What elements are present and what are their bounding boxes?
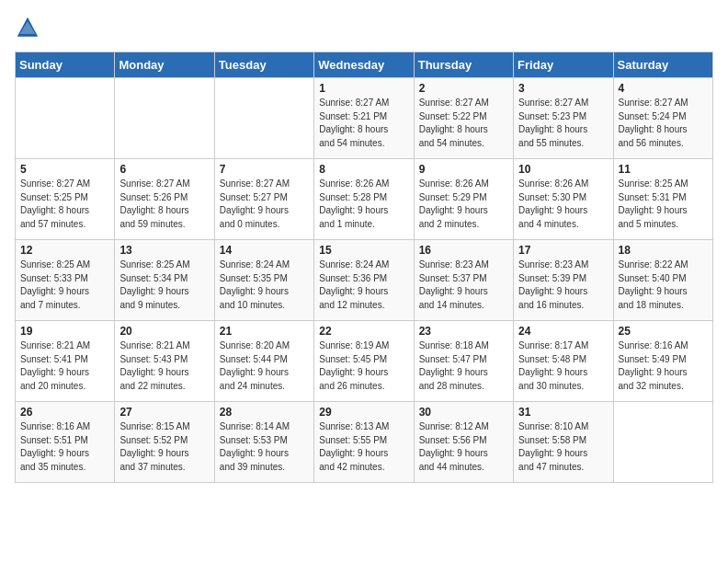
day-number: 22 [319, 325, 408, 338]
calendar-cell: 22Sunrise: 8:19 AM Sunset: 5:45 PM Dayli… [314, 321, 414, 402]
calendar-cell [214, 78, 313, 159]
calendar-cell: 8Sunrise: 8:26 AM Sunset: 5:28 PM Daylig… [314, 159, 414, 240]
day-number: 19 [20, 325, 109, 338]
day-number: 20 [119, 325, 209, 338]
day-number: 18 [619, 244, 708, 257]
day-number: 7 [220, 163, 309, 176]
day-info: Sunrise: 8:18 AM Sunset: 5:47 PM Dayligh… [419, 340, 489, 391]
day-info: Sunrise: 8:25 AM Sunset: 5:33 PM Dayligh… [20, 259, 90, 310]
day-info: Sunrise: 8:27 AM Sunset: 5:24 PM Dayligh… [619, 98, 688, 148]
day-number: 10 [518, 163, 608, 176]
day-number: 17 [518, 244, 608, 257]
day-number: 30 [419, 406, 508, 419]
calendar-cell: 13Sunrise: 8:25 AM Sunset: 5:34 PM Dayli… [115, 240, 214, 321]
calendar-cell [115, 78, 214, 159]
col-header-sunday: Sunday [16, 52, 115, 78]
day-info: Sunrise: 8:14 AM Sunset: 5:53 PM Dayligh… [220, 421, 290, 472]
calendar-cell: 19Sunrise: 8:21 AM Sunset: 5:41 PM Dayli… [16, 321, 115, 402]
day-number: 25 [619, 325, 708, 338]
day-number: 3 [518, 82, 608, 95]
day-info: Sunrise: 8:27 AM Sunset: 5:21 PM Dayligh… [319, 98, 389, 148]
day-info: Sunrise: 8:17 AM Sunset: 5:48 PM Dayligh… [518, 340, 588, 391]
day-info: Sunrise: 8:24 AM Sunset: 5:35 PM Dayligh… [220, 259, 290, 310]
calendar-cell: 25Sunrise: 8:16 AM Sunset: 5:49 PM Dayli… [613, 321, 712, 402]
calendar-cell: 18Sunrise: 8:22 AM Sunset: 5:40 PM Dayli… [613, 240, 712, 321]
calendar-cell: 30Sunrise: 8:12 AM Sunset: 5:56 PM Dayli… [414, 402, 513, 483]
calendar-cell: 16Sunrise: 8:23 AM Sunset: 5:37 PM Dayli… [414, 240, 513, 321]
day-number: 14 [220, 244, 309, 257]
calendar-cell [613, 402, 712, 483]
day-info: Sunrise: 8:25 AM Sunset: 5:31 PM Dayligh… [619, 178, 688, 229]
day-info: Sunrise: 8:13 AM Sunset: 5:55 PM Dayligh… [319, 421, 389, 472]
day-info: Sunrise: 8:19 AM Sunset: 5:45 PM Dayligh… [319, 340, 389, 391]
col-header-thursday: Thursday [414, 52, 513, 78]
day-info: Sunrise: 8:27 AM Sunset: 5:25 PM Dayligh… [20, 178, 90, 229]
day-info: Sunrise: 8:16 AM Sunset: 5:51 PM Dayligh… [20, 421, 90, 472]
col-header-friday: Friday [514, 52, 613, 78]
calendar-cell: 29Sunrise: 8:13 AM Sunset: 5:55 PM Dayli… [314, 402, 414, 483]
day-info: Sunrise: 8:21 AM Sunset: 5:41 PM Dayligh… [20, 340, 90, 391]
calendar-cell: 23Sunrise: 8:18 AM Sunset: 5:47 PM Dayli… [414, 321, 513, 402]
calendar-cell: 11Sunrise: 8:25 AM Sunset: 5:31 PM Dayli… [613, 159, 712, 240]
calendar-cell: 26Sunrise: 8:16 AM Sunset: 5:51 PM Dayli… [16, 402, 115, 483]
calendar-cell: 9Sunrise: 8:26 AM Sunset: 5:29 PM Daylig… [414, 159, 513, 240]
col-header-tuesday: Tuesday [214, 52, 313, 78]
day-info: Sunrise: 8:22 AM Sunset: 5:40 PM Dayligh… [619, 259, 688, 310]
day-number: 29 [319, 406, 408, 419]
day-number: 16 [419, 244, 508, 257]
day-info: Sunrise: 8:23 AM Sunset: 5:39 PM Dayligh… [518, 259, 588, 310]
col-header-wednesday: Wednesday [314, 52, 414, 78]
logo [15, 15, 42, 40]
calendar-table: SundayMondayTuesdayWednesdayThursdayFrid… [15, 52, 713, 483]
page-header [15, 15, 713, 40]
calendar-cell: 24Sunrise: 8:17 AM Sunset: 5:48 PM Dayli… [514, 321, 613, 402]
day-info: Sunrise: 8:27 AM Sunset: 5:27 PM Dayligh… [220, 178, 290, 229]
day-info: Sunrise: 8:21 AM Sunset: 5:43 PM Dayligh… [119, 340, 189, 391]
calendar-cell: 17Sunrise: 8:23 AM Sunset: 5:39 PM Dayli… [514, 240, 613, 321]
day-number: 15 [319, 244, 408, 257]
calendar-cell: 6Sunrise: 8:27 AM Sunset: 5:26 PM Daylig… [115, 159, 214, 240]
day-number: 27 [119, 406, 209, 419]
day-info: Sunrise: 8:26 AM Sunset: 5:30 PM Dayligh… [518, 178, 588, 229]
calendar-cell: 7Sunrise: 8:27 AM Sunset: 5:27 PM Daylig… [214, 159, 313, 240]
logo-icon [15, 15, 40, 40]
calendar-cell: 2Sunrise: 8:27 AM Sunset: 5:22 PM Daylig… [414, 78, 513, 159]
day-info: Sunrise: 8:27 AM Sunset: 5:26 PM Dayligh… [119, 178, 189, 229]
day-number: 31 [518, 406, 608, 419]
day-info: Sunrise: 8:24 AM Sunset: 5:36 PM Dayligh… [319, 259, 389, 310]
calendar-cell: 3Sunrise: 8:27 AM Sunset: 5:23 PM Daylig… [514, 78, 613, 159]
calendar-cell [16, 78, 115, 159]
day-info: Sunrise: 8:10 AM Sunset: 5:58 PM Dayligh… [518, 421, 588, 472]
calendar-cell: 31Sunrise: 8:10 AM Sunset: 5:58 PM Dayli… [514, 402, 613, 483]
day-info: Sunrise: 8:26 AM Sunset: 5:28 PM Dayligh… [319, 178, 389, 229]
calendar-cell: 5Sunrise: 8:27 AM Sunset: 5:25 PM Daylig… [16, 159, 115, 240]
day-number: 6 [119, 163, 209, 176]
day-info: Sunrise: 8:16 AM Sunset: 5:49 PM Dayligh… [619, 340, 688, 391]
day-number: 8 [319, 163, 408, 176]
day-number: 21 [220, 325, 309, 338]
col-header-saturday: Saturday [613, 52, 712, 78]
calendar-cell: 1Sunrise: 8:27 AM Sunset: 5:21 PM Daylig… [314, 78, 414, 159]
calendar-cell: 10Sunrise: 8:26 AM Sunset: 5:30 PM Dayli… [514, 159, 613, 240]
calendar-cell: 28Sunrise: 8:14 AM Sunset: 5:53 PM Dayli… [214, 402, 313, 483]
day-number: 2 [419, 82, 508, 95]
day-info: Sunrise: 8:20 AM Sunset: 5:44 PM Dayligh… [220, 340, 290, 391]
day-info: Sunrise: 8:12 AM Sunset: 5:56 PM Dayligh… [419, 421, 489, 472]
day-number: 12 [20, 244, 109, 257]
calendar-cell: 20Sunrise: 8:21 AM Sunset: 5:43 PM Dayli… [115, 321, 214, 402]
calendar-cell: 15Sunrise: 8:24 AM Sunset: 5:36 PM Dayli… [314, 240, 414, 321]
day-info: Sunrise: 8:25 AM Sunset: 5:34 PM Dayligh… [119, 259, 189, 310]
day-info: Sunrise: 8:23 AM Sunset: 5:37 PM Dayligh… [419, 259, 489, 310]
day-info: Sunrise: 8:27 AM Sunset: 5:22 PM Dayligh… [419, 98, 489, 148]
day-number: 26 [20, 406, 109, 419]
day-number: 4 [619, 82, 708, 95]
calendar-cell: 4Sunrise: 8:27 AM Sunset: 5:24 PM Daylig… [613, 78, 712, 159]
day-number: 28 [220, 406, 309, 419]
day-number: 23 [419, 325, 508, 338]
calendar-cell: 27Sunrise: 8:15 AM Sunset: 5:52 PM Dayli… [115, 402, 214, 483]
calendar-cell: 14Sunrise: 8:24 AM Sunset: 5:35 PM Dayli… [214, 240, 313, 321]
day-number: 9 [419, 163, 508, 176]
day-info: Sunrise: 8:27 AM Sunset: 5:23 PM Dayligh… [518, 98, 588, 148]
col-header-monday: Monday [115, 52, 214, 78]
day-number: 24 [518, 325, 608, 338]
